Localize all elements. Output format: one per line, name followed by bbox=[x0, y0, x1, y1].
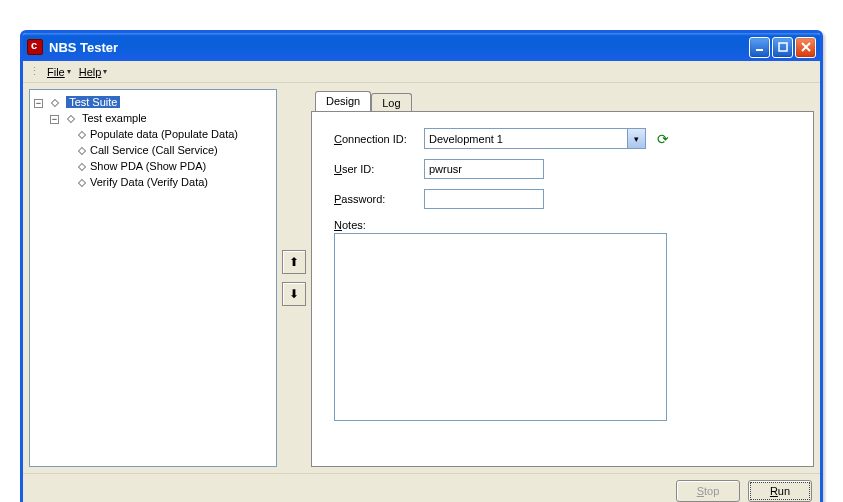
notes-textarea[interactable] bbox=[334, 233, 667, 421]
tree-leaf[interactable]: Call Service (Call Service) bbox=[90, 144, 218, 156]
tree-node-icon bbox=[78, 179, 86, 187]
notes-label: Notes: bbox=[334, 219, 424, 231]
password-field[interactable] bbox=[424, 189, 544, 209]
menu-help[interactable]: Help ▾ bbox=[75, 64, 112, 80]
menubar-grip: ⋮ bbox=[29, 65, 39, 78]
tree-leaf[interactable]: Verify Data (Verify Data) bbox=[90, 176, 208, 188]
connection-id-label: Connection ID: bbox=[334, 133, 424, 145]
password-label: Password: bbox=[334, 193, 424, 205]
app-window: NBS Tester ⋮ File ▾ Help ▾ bbox=[20, 30, 823, 502]
refresh-connection-button[interactable]: ⟳ bbox=[654, 130, 672, 148]
chevron-down-icon: ▾ bbox=[634, 134, 639, 144]
menubar: ⋮ File ▾ Help ▾ bbox=[23, 61, 820, 83]
maximize-button[interactable] bbox=[772, 37, 793, 58]
dropdown-arrow-icon: ▾ bbox=[67, 67, 71, 76]
close-button[interactable] bbox=[795, 37, 816, 58]
tree-node-icon bbox=[78, 147, 86, 155]
tree-node-icon bbox=[67, 115, 75, 123]
tab-design[interactable]: Design bbox=[315, 91, 371, 111]
window-title: NBS Tester bbox=[49, 40, 118, 55]
svg-rect-1 bbox=[779, 43, 787, 51]
tree-leaf[interactable]: Show PDA (Show PDA) bbox=[90, 160, 206, 172]
refresh-icon: ⟳ bbox=[657, 131, 669, 147]
tree-node-icon bbox=[51, 99, 59, 107]
tree-leaf[interactable]: Populate data (Populate Data) bbox=[90, 128, 238, 140]
arrow-down-icon: ⬇ bbox=[289, 287, 299, 301]
stop-button[interactable]: Stop bbox=[676, 480, 740, 502]
menu-file-label: File bbox=[47, 66, 65, 78]
details-panel: Design Log Connection ID: ▾ ⟳ bbox=[311, 89, 814, 467]
menu-help-label: Help bbox=[79, 66, 102, 78]
tree-panel[interactable]: − Test Suite − Test example Populate dat… bbox=[29, 89, 277, 467]
move-up-button[interactable]: ⬆ bbox=[282, 250, 306, 274]
userid-field[interactable] bbox=[424, 159, 544, 179]
combo-dropdown-button[interactable]: ▾ bbox=[627, 129, 645, 148]
arrow-up-icon: ⬆ bbox=[289, 255, 299, 269]
reorder-buttons: ⬆ ⬇ bbox=[277, 83, 311, 473]
tab-log[interactable]: Log bbox=[371, 93, 411, 111]
app-icon bbox=[27, 39, 43, 55]
tree-node-icon bbox=[78, 163, 86, 171]
test-tree[interactable]: − Test Suite − Test example Populate dat… bbox=[32, 94, 274, 190]
workarea: − Test Suite − Test example Populate dat… bbox=[23, 83, 820, 473]
userid-label: User ID: bbox=[334, 163, 424, 175]
tree-root-node[interactable]: Test Suite bbox=[66, 96, 120, 108]
svg-rect-0 bbox=[756, 49, 763, 51]
tree-node-test-example[interactable]: Test example bbox=[82, 112, 147, 124]
footer: Stop Run bbox=[23, 473, 820, 502]
tree-node-icon bbox=[78, 131, 86, 139]
run-button[interactable]: Run bbox=[748, 480, 812, 502]
move-down-button[interactable]: ⬇ bbox=[282, 282, 306, 306]
tab-content-design: Connection ID: ▾ ⟳ User ID: bbox=[311, 111, 814, 467]
tabstrip: Design Log bbox=[311, 89, 814, 111]
tree-expander[interactable]: − bbox=[34, 99, 43, 108]
dropdown-arrow-icon: ▾ bbox=[103, 67, 107, 76]
minimize-button[interactable] bbox=[749, 37, 770, 58]
menu-file[interactable]: File ▾ bbox=[43, 64, 75, 80]
tree-expander[interactable]: − bbox=[50, 115, 59, 124]
titlebar[interactable]: NBS Tester bbox=[23, 33, 820, 61]
connection-id-combo[interactable] bbox=[424, 128, 646, 149]
